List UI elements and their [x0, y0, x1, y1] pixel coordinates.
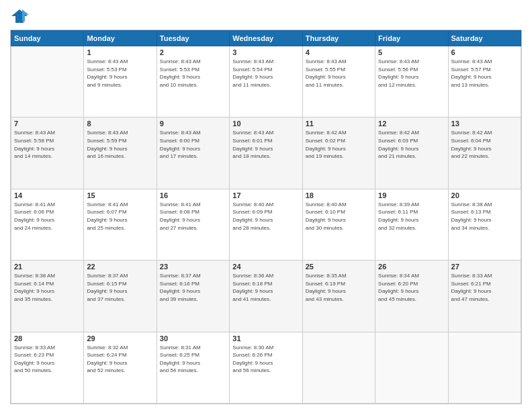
page: SundayMondayTuesdayWednesdayThursdayFrid… [0, 0, 532, 411]
day-number: 17 [232, 191, 299, 199]
calendar-cell: 28Sunrise: 8:33 AMSunset: 6:23 PMDayligh… [11, 332, 84, 403]
calendar-cell: 30Sunrise: 8:31 AMSunset: 6:25 PMDayligh… [157, 332, 229, 403]
calendar-cell: 14Sunrise: 8:41 AMSunset: 6:06 PMDayligh… [11, 189, 84, 260]
calendar-cell: 6Sunrise: 8:43 AMSunset: 5:57 PMDaylight… [448, 46, 521, 118]
day-number: 20 [451, 191, 518, 199]
calendar-cell: 26Sunrise: 8:34 AMSunset: 6:20 PMDayligh… [375, 261, 448, 332]
day-content: Sunrise: 8:43 AMSunset: 6:00 PMDaylight:… [160, 129, 226, 160]
day-content: Sunrise: 8:41 AMSunset: 6:08 PMDaylight:… [160, 201, 226, 232]
day-content: Sunrise: 8:37 AMSunset: 6:16 PMDaylight:… [160, 272, 226, 303]
day-content: Sunrise: 8:36 AMSunset: 6:18 PMDaylight:… [232, 272, 299, 303]
calendar-cell [11, 46, 84, 118]
day-number: 10 [232, 120, 299, 128]
header-cell-friday: Friday [375, 31, 448, 46]
day-content: Sunrise: 8:43 AMSunset: 5:56 PMDaylight:… [378, 58, 445, 89]
calendar-cell: 7Sunrise: 8:43 AMSunset: 5:58 PMDaylight… [11, 118, 84, 189]
day-number: 30 [160, 334, 226, 342]
calendar-cell: 31Sunrise: 8:30 AMSunset: 6:26 PMDayligh… [230, 332, 302, 403]
day-number: 3 [232, 48, 299, 56]
header-cell-tuesday: Tuesday [157, 31, 229, 46]
day-content: Sunrise: 8:43 AMSunset: 5:58 PMDaylight:… [14, 129, 81, 160]
day-number: 31 [232, 334, 299, 342]
calendar-cell [375, 332, 448, 403]
header-cell-monday: Monday [84, 31, 157, 46]
day-number: 9 [160, 120, 226, 128]
calendar-cell: 23Sunrise: 8:37 AMSunset: 6:16 PMDayligh… [157, 261, 229, 332]
day-content: Sunrise: 8:33 AMSunset: 6:23 PMDaylight:… [14, 344, 81, 375]
calendar-week-5: 28Sunrise: 8:33 AMSunset: 6:23 PMDayligh… [11, 332, 521, 403]
day-content: Sunrise: 8:40 AMSunset: 6:10 PMDaylight:… [306, 201, 372, 232]
day-number: 18 [306, 191, 372, 199]
day-content: Sunrise: 8:42 AMSunset: 6:02 PMDaylight:… [306, 129, 372, 160]
day-number: 14 [14, 191, 81, 199]
day-content: Sunrise: 8:43 AMSunset: 5:53 PMDaylight:… [87, 58, 153, 89]
day-content: Sunrise: 8:34 AMSunset: 6:20 PMDaylight:… [378, 272, 445, 303]
calendar-cell: 8Sunrise: 8:43 AMSunset: 5:59 PMDaylight… [84, 118, 157, 189]
day-number: 16 [160, 191, 226, 199]
day-number: 8 [87, 120, 153, 128]
day-number: 7 [14, 120, 81, 128]
day-content: Sunrise: 8:41 AMSunset: 6:07 PMDaylight:… [87, 201, 153, 232]
day-content: Sunrise: 8:32 AMSunset: 6:24 PMDaylight:… [87, 344, 153, 375]
day-content: Sunrise: 8:31 AMSunset: 6:25 PMDaylight:… [160, 344, 226, 375]
header-cell-thursday: Thursday [302, 31, 375, 46]
header-cell-sunday: Sunday [11, 31, 84, 46]
day-content: Sunrise: 8:43 AMSunset: 5:57 PMDaylight:… [451, 58, 518, 89]
calendar-cell: 29Sunrise: 8:32 AMSunset: 6:24 PMDayligh… [84, 332, 157, 403]
calendar-cell: 18Sunrise: 8:40 AMSunset: 6:10 PMDayligh… [302, 189, 375, 260]
header-cell-wednesday: Wednesday [230, 31, 302, 46]
day-content: Sunrise: 8:43 AMSunset: 5:59 PMDaylight:… [87, 129, 153, 160]
calendar-table: SundayMondayTuesdayWednesdayThursdayFrid… [11, 30, 521, 404]
day-number: 2 [160, 48, 226, 56]
calendar-cell [448, 332, 521, 403]
day-number: 26 [378, 263, 445, 271]
calendar-cell: 2Sunrise: 8:43 AMSunset: 5:53 PMDaylight… [157, 46, 229, 118]
day-number: 21 [14, 263, 81, 271]
calendar-cell: 17Sunrise: 8:40 AMSunset: 6:09 PMDayligh… [230, 189, 302, 260]
day-content: Sunrise: 8:40 AMSunset: 6:09 PMDaylight:… [232, 201, 299, 232]
calendar-cell: 11Sunrise: 8:42 AMSunset: 6:02 PMDayligh… [302, 118, 375, 189]
calendar-cell: 9Sunrise: 8:43 AMSunset: 6:00 PMDaylight… [157, 118, 229, 189]
day-content: Sunrise: 8:42 AMSunset: 6:03 PMDaylight:… [378, 129, 445, 160]
day-number: 19 [378, 191, 445, 199]
day-number: 24 [232, 263, 299, 271]
calendar-cell: 10Sunrise: 8:43 AMSunset: 6:01 PMDayligh… [230, 118, 302, 189]
day-content: Sunrise: 8:35 AMSunset: 6:19 PMDaylight:… [306, 272, 372, 303]
calendar-cell: 22Sunrise: 8:37 AMSunset: 6:15 PMDayligh… [84, 261, 157, 332]
calendar-cell: 16Sunrise: 8:41 AMSunset: 6:08 PMDayligh… [157, 189, 229, 260]
day-content: Sunrise: 8:43 AMSunset: 6:01 PMDaylight:… [232, 129, 299, 160]
svg-marker-0 [11, 9, 28, 23]
day-content: Sunrise: 8:43 AMSunset: 5:55 PMDaylight:… [306, 58, 372, 89]
calendar-week-2: 7Sunrise: 8:43 AMSunset: 5:58 PMDaylight… [11, 118, 521, 189]
calendar-header-row: SundayMondayTuesdayWednesdayThursdayFrid… [11, 31, 521, 46]
day-number: 15 [87, 191, 153, 199]
day-content: Sunrise: 8:42 AMSunset: 6:04 PMDaylight:… [451, 129, 518, 160]
day-content: Sunrise: 8:33 AMSunset: 6:21 PMDaylight:… [451, 272, 518, 303]
calendar-week-1: 1Sunrise: 8:43 AMSunset: 5:53 PMDaylight… [11, 46, 521, 118]
day-content: Sunrise: 8:37 AMSunset: 6:15 PMDaylight:… [87, 272, 153, 303]
day-number: 1 [87, 48, 153, 56]
day-number: 29 [87, 334, 153, 342]
calendar-cell: 1Sunrise: 8:43 AMSunset: 5:53 PMDaylight… [84, 46, 157, 118]
calendar-cell: 13Sunrise: 8:42 AMSunset: 6:04 PMDayligh… [448, 118, 521, 189]
header-cell-saturday: Saturday [448, 31, 521, 46]
logo-icon [10, 7, 29, 26]
day-number: 23 [160, 263, 226, 271]
day-number: 13 [451, 120, 518, 128]
calendar-cell: 4Sunrise: 8:43 AMSunset: 5:55 PMDaylight… [302, 46, 375, 118]
calendar-cell: 3Sunrise: 8:43 AMSunset: 5:54 PMDaylight… [230, 46, 302, 118]
day-number: 5 [378, 48, 445, 56]
day-number: 22 [87, 263, 153, 271]
calendar-cell: 20Sunrise: 8:38 AMSunset: 6:13 PMDayligh… [448, 189, 521, 260]
day-number: 11 [306, 120, 372, 128]
day-content: Sunrise: 8:43 AMSunset: 5:54 PMDaylight:… [232, 58, 299, 89]
header [10, 7, 522, 26]
day-number: 12 [378, 120, 445, 128]
day-content: Sunrise: 8:38 AMSunset: 6:13 PMDaylight:… [451, 201, 518, 232]
calendar-cell: 15Sunrise: 8:41 AMSunset: 6:07 PMDayligh… [84, 189, 157, 260]
day-content: Sunrise: 8:39 AMSunset: 6:11 PMDaylight:… [378, 201, 445, 232]
calendar-week-4: 21Sunrise: 8:38 AMSunset: 6:14 PMDayligh… [11, 261, 521, 332]
calendar-cell: 27Sunrise: 8:33 AMSunset: 6:21 PMDayligh… [448, 261, 521, 332]
calendar-cell [302, 332, 375, 403]
calendar-cell: 19Sunrise: 8:39 AMSunset: 6:11 PMDayligh… [375, 189, 448, 260]
